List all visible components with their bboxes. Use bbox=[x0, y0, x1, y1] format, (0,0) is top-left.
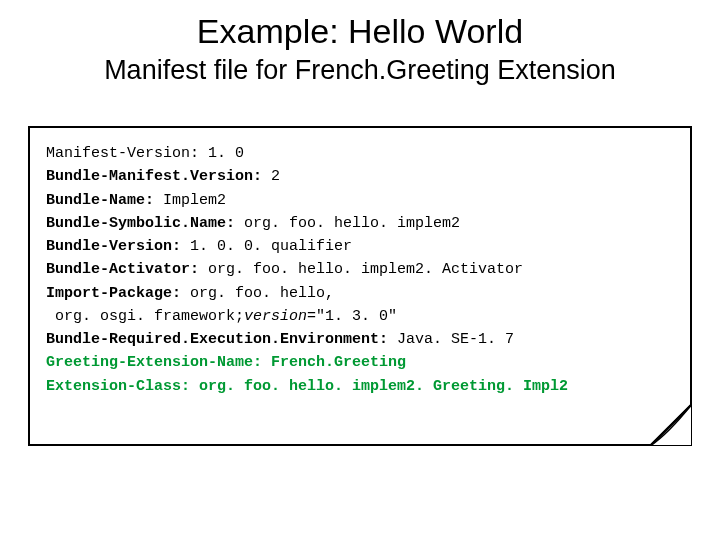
manifest-line: Bundle-Name: Implem2 bbox=[46, 189, 674, 212]
manifest-line: org. osgi. framework;version="1. 3. 0" bbox=[46, 305, 674, 328]
manifest-line: Greeting-Extension-Name: French.Greeting bbox=[46, 351, 674, 374]
slide-title: Example: Hello World bbox=[28, 12, 692, 51]
manifest-line: Bundle-Manifest.Version: 2 bbox=[46, 165, 674, 188]
page-fold-icon bbox=[650, 404, 692, 446]
manifest-line: Bundle-Required.Execution.Environment: J… bbox=[46, 328, 674, 351]
slide-subtitle: Manifest file for French.Greeting Extens… bbox=[28, 55, 692, 86]
manifest-lines: Manifest-Version: 1. 0Bundle-Manifest.Ve… bbox=[46, 142, 674, 398]
manifest-line: Manifest-Version: 1. 0 bbox=[46, 142, 674, 165]
manifest-code-box: Manifest-Version: 1. 0Bundle-Manifest.Ve… bbox=[28, 126, 692, 446]
manifest-line: Bundle-Version: 1. 0. 0. qualifier bbox=[46, 235, 674, 258]
manifest-line: Extension-Class: org. foo. hello. implem… bbox=[46, 375, 674, 398]
manifest-line: Bundle-Symbolic.Name: org. foo. hello. i… bbox=[46, 212, 674, 235]
manifest-line: Import-Package: org. foo. hello, bbox=[46, 282, 674, 305]
manifest-line: Bundle-Activator: org. foo. hello. imple… bbox=[46, 258, 674, 281]
